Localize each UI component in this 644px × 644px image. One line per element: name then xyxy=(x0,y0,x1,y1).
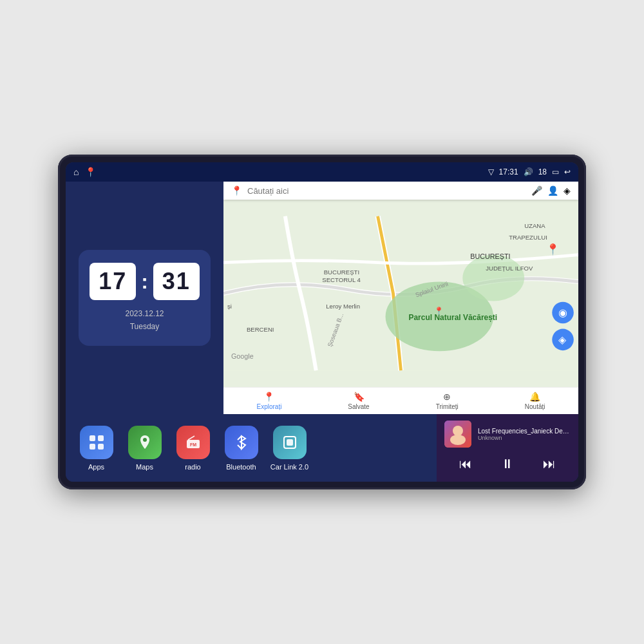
radio-icon: FM xyxy=(176,426,210,459)
album-art xyxy=(444,421,471,448)
play-pause-button[interactable]: ⏸ xyxy=(496,454,519,474)
music-player: Lost Frequencies_Janieck Devy-... Unknow… xyxy=(437,414,578,482)
svg-text:📍: 📍 xyxy=(434,306,444,316)
svg-rect-22 xyxy=(90,435,95,441)
clock-date: 2023.12.12 Tuesday xyxy=(125,308,164,332)
map-search-bar: 📍 🎤 👤 ◈ xyxy=(223,182,578,200)
map-explore-tab[interactable]: 📍 Explorați xyxy=(256,392,281,410)
album-image xyxy=(444,421,471,448)
news-label: Noutăți xyxy=(525,403,545,410)
home-icon[interactable]: ⌂ xyxy=(73,167,79,177)
left-panel: 17 : 31 2023.12.12 Tuesday xyxy=(66,182,223,414)
account-icon[interactable]: 👤 xyxy=(547,185,558,196)
music-artist: Unknown xyxy=(478,435,571,441)
battery-icon: ▭ xyxy=(552,167,559,176)
map-area[interactable]: Parcul Natural Văcărești BUCUREȘTI JUDEȚ… xyxy=(223,200,578,387)
svg-text:BUCUREȘTI: BUCUREȘTI xyxy=(470,252,510,260)
svg-text:FM: FM xyxy=(190,442,196,447)
music-info: Lost Frequencies_Janieck Devy-... Unknow… xyxy=(444,421,571,448)
news-icon: 🔔 xyxy=(529,392,540,402)
svg-line-29 xyxy=(188,436,194,440)
map-search-input[interactable] xyxy=(247,186,526,196)
apps-section: Apps Maps FM xyxy=(66,414,437,482)
svg-text:📍: 📍 xyxy=(546,243,560,256)
maps-icon xyxy=(128,426,162,459)
app-maps[interactable]: Maps xyxy=(124,426,166,471)
svg-text:◉: ◉ xyxy=(558,307,567,318)
svg-text:JUDEȚUL ILFOV: JUDEȚUL ILFOV xyxy=(486,265,533,272)
clock-sep: : xyxy=(141,270,148,294)
svg-text:UZANA: UZANA xyxy=(524,222,545,229)
status-bar: ⌂ 📍 ▽ 17:31 🔊 18 ▭ ↩ xyxy=(66,162,578,182)
map-share-tab[interactable]: ⊕ Trimiteți xyxy=(436,392,459,410)
prev-button[interactable]: ⏮ xyxy=(454,454,477,474)
maps-pin-icon: 📍 xyxy=(231,185,242,196)
explore-icon: 📍 xyxy=(263,392,274,402)
svg-text:◈: ◈ xyxy=(558,334,567,345)
svg-text:Parcul Natural Văcărești: Parcul Natural Văcărești xyxy=(408,313,497,322)
back-icon[interactable]: ↩ xyxy=(564,167,571,176)
mic-icon[interactable]: 🎤 xyxy=(531,185,542,196)
bluetooth-icon xyxy=(225,426,258,459)
share-label: Trimiteți xyxy=(436,403,459,410)
svg-text:TRAPEZULUI: TRAPEZULUI xyxy=(509,234,547,241)
clock-widget: 17 : 31 2023.12.12 Tuesday xyxy=(79,250,211,345)
saved-icon: 🔖 xyxy=(354,392,365,402)
explore-label: Explorați xyxy=(256,403,281,410)
svg-text:și: și xyxy=(227,303,232,310)
svg-point-26 xyxy=(143,438,147,442)
svg-text:Google: Google xyxy=(231,352,254,360)
bluetooth-label: Bluetooth xyxy=(226,463,256,471)
main-content: 17 : 31 2023.12.12 Tuesday 📍 🎤 xyxy=(66,182,578,414)
app-carlink[interactable]: Car Link 2.0 xyxy=(269,426,310,471)
svg-rect-31 xyxy=(287,439,293,446)
map-panel: 📍 🎤 👤 ◈ xyxy=(223,182,578,414)
apps-label: Apps xyxy=(88,463,104,471)
svg-text:BUCUREȘTI: BUCUREȘTI xyxy=(324,269,359,276)
svg-rect-23 xyxy=(98,435,104,441)
maps-label: Maps xyxy=(136,463,153,471)
svg-rect-25 xyxy=(98,444,104,450)
map-bottom-bar: 📍 Explorați 🔖 Salvate ⊕ Trimiteți 🔔 Nout… xyxy=(223,387,578,414)
music-controls: ⏮ ⏸ ⏭ xyxy=(444,451,571,477)
music-title: Lost Frequencies_Janieck Devy-... xyxy=(478,428,571,435)
layers-icon[interactable]: ◈ xyxy=(564,185,571,196)
carlink-icon xyxy=(273,426,307,459)
status-bar-left: ⌂ 📍 xyxy=(73,167,96,177)
volume-icon: 🔊 xyxy=(524,167,533,176)
screen: ⌂ 📍 ▽ 17:31 🔊 18 ▭ ↩ 17 : 31 xyxy=(66,162,578,482)
clock-minute: 31 xyxy=(153,263,200,300)
saved-label: Salvate xyxy=(348,403,369,410)
svg-text:SECTORUL 4: SECTORUL 4 xyxy=(322,276,361,283)
apps-icon xyxy=(80,426,113,459)
status-bar-right: ▽ 17:31 🔊 18 ▭ ↩ xyxy=(488,167,571,176)
svg-point-34 xyxy=(450,435,466,445)
svg-text:Leroy Merlin: Leroy Merlin xyxy=(326,303,360,310)
radio-label: radio xyxy=(185,463,200,471)
carlink-label: Car Link 2.0 xyxy=(270,463,308,471)
bottom-panel: Apps Maps FM xyxy=(66,414,578,482)
music-text: Lost Frequencies_Janieck Devy-... Unknow… xyxy=(478,428,571,441)
status-time: 17:31 xyxy=(499,167,518,176)
clock-hour: 17 xyxy=(90,263,136,300)
share-icon: ⊕ xyxy=(443,392,451,402)
signal-icon: ▽ xyxy=(488,167,494,176)
map-news-tab[interactable]: 🔔 Noutăți xyxy=(525,392,545,410)
clock-display: 17 : 31 xyxy=(90,263,200,300)
svg-rect-24 xyxy=(90,444,95,450)
maps-status-icon[interactable]: 📍 xyxy=(85,167,96,177)
device: ⌂ 📍 ▽ 17:31 🔊 18 ▭ ↩ 17 : 31 xyxy=(58,155,586,489)
app-bluetooth[interactable]: Bluetooth xyxy=(220,426,262,471)
svg-text:BERCENI: BERCENI xyxy=(247,326,274,333)
svg-point-33 xyxy=(453,426,463,436)
svg-point-2 xyxy=(462,255,524,301)
next-button[interactable]: ⏭ xyxy=(538,454,561,474)
app-apps[interactable]: Apps xyxy=(75,426,117,471)
map-saved-tab[interactable]: 🔖 Salvate xyxy=(348,392,369,410)
app-radio[interactable]: FM radio xyxy=(172,426,214,471)
volume-level: 18 xyxy=(538,167,547,176)
